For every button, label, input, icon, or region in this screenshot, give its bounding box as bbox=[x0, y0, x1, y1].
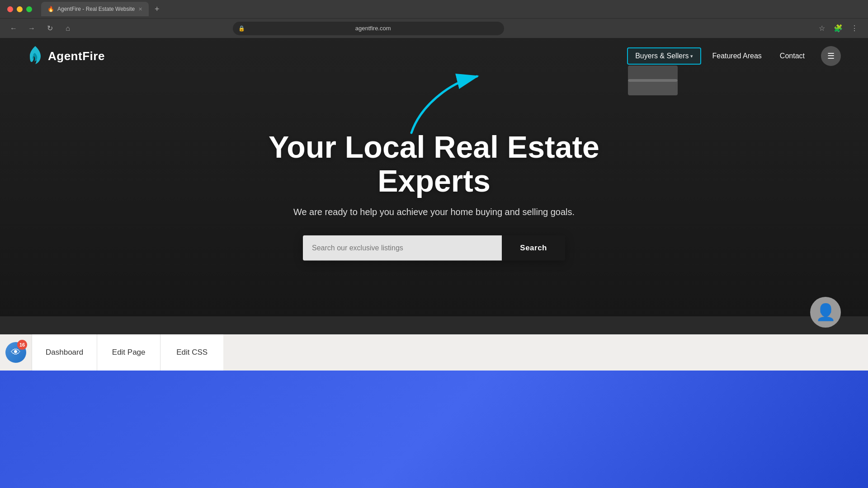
close-window-button[interactable] bbox=[7, 6, 13, 12]
site-logo[interactable]: AgentFire bbox=[27, 46, 105, 66]
toolbar-actions: ☆ 🧩 ⋮ bbox=[816, 22, 861, 35]
search-input[interactable] bbox=[303, 235, 502, 260]
bottom-blue-bar bbox=[0, 371, 868, 488]
dropdown-arrow-icon: ▾ bbox=[690, 53, 693, 59]
address-bar[interactable]: 🔒 agentfire.com bbox=[233, 22, 504, 35]
edit-css-button[interactable]: Edit CSS bbox=[160, 334, 223, 371]
tab-title: AgentFire - Real Estate Website bbox=[57, 6, 135, 12]
minimize-window-button[interactable] bbox=[17, 6, 23, 12]
hero-content: Your Local Real Estate Experts We are re… bbox=[253, 130, 615, 261]
tab-favicon-icon: 🔥 bbox=[47, 6, 54, 12]
active-tab[interactable]: 🔥 AgentFire - Real Estate Website ✕ bbox=[41, 2, 149, 16]
browser-toolbar: ← → ↻ ⌂ 🔒 agentfire.com ☆ 🧩 ⋮ bbox=[0, 18, 868, 38]
forward-button[interactable]: → bbox=[25, 22, 38, 35]
new-tab-button[interactable]: + bbox=[151, 3, 163, 15]
refresh-button[interactable]: ↻ bbox=[43, 22, 56, 35]
nav-featured-areas-label: Featured Areas bbox=[712, 52, 761, 60]
nav-contact[interactable]: Contact bbox=[773, 48, 812, 64]
nav-dropdown-menu bbox=[628, 79, 678, 95]
maximize-window-button[interactable] bbox=[26, 6, 32, 12]
nav-buyers-sellers-label: Buyers & Sellers bbox=[635, 52, 689, 60]
home-button[interactable]: ⌂ bbox=[61, 22, 74, 35]
hero-subtitle: We are ready to help you achieve your ho… bbox=[253, 206, 615, 217]
hero-search-bar[interactable]: Search bbox=[303, 235, 565, 260]
avatar-silhouette-icon: 👤 bbox=[816, 303, 836, 322]
dashboard-button[interactable]: Dashboard bbox=[32, 334, 97, 371]
nav-links: Buyers & Sellers ▾ Featured Areas Contac… bbox=[627, 46, 841, 66]
traffic-lights bbox=[7, 6, 32, 12]
url-text: agentfire.com bbox=[248, 25, 499, 32]
agentfire-flame-icon bbox=[27, 46, 43, 66]
extensions-button[interactable]: 🧩 bbox=[832, 22, 844, 35]
search-button[interactable]: Search bbox=[502, 235, 565, 260]
hamburger-icon: ☰ bbox=[827, 51, 835, 61]
nav-contact-label: Contact bbox=[780, 52, 805, 60]
back-button[interactable]: ← bbox=[7, 22, 20, 35]
admin-bar: 16 👁 Dashboard Edit Page Edit CSS bbox=[0, 334, 868, 371]
menu-button[interactable]: ⋮ bbox=[848, 22, 861, 35]
site-navigation: AgentFire Buyers & Sellers ▾ Featured Ar… bbox=[0, 38, 868, 74]
hamburger-menu-button[interactable]: ☰ bbox=[821, 46, 841, 66]
browser-titlebar: 🔥 AgentFire - Real Estate Website ✕ + bbox=[0, 0, 868, 18]
browser-window: 🔥 AgentFire - Real Estate Website ✕ + ← … bbox=[0, 0, 868, 371]
browser-tabs: 🔥 AgentFire - Real Estate Website ✕ + bbox=[41, 2, 163, 16]
site-avatar: 👤 bbox=[810, 297, 841, 328]
notification-badge: 16 bbox=[17, 340, 27, 350]
lock-icon: 🔒 bbox=[238, 25, 245, 32]
edit-page-button[interactable]: Edit Page bbox=[97, 334, 160, 371]
website-content: AgentFire Buyers & Sellers ▾ Featured Ar… bbox=[0, 38, 868, 371]
hero-title: Your Local Real Estate Experts bbox=[253, 130, 615, 198]
bookmark-button[interactable]: ☆ bbox=[816, 22, 828, 35]
admin-eye-section: 16 👁 bbox=[0, 334, 32, 371]
nav-buyers-sellers[interactable]: Buyers & Sellers ▾ bbox=[627, 47, 701, 65]
nav-featured-areas[interactable]: Featured Areas bbox=[705, 48, 769, 64]
hero-section: AgentFire Buyers & Sellers ▾ Featured Ar… bbox=[0, 38, 868, 371]
tab-close-icon[interactable]: ✕ bbox=[138, 6, 142, 12]
logo-text: AgentFire bbox=[48, 49, 105, 63]
